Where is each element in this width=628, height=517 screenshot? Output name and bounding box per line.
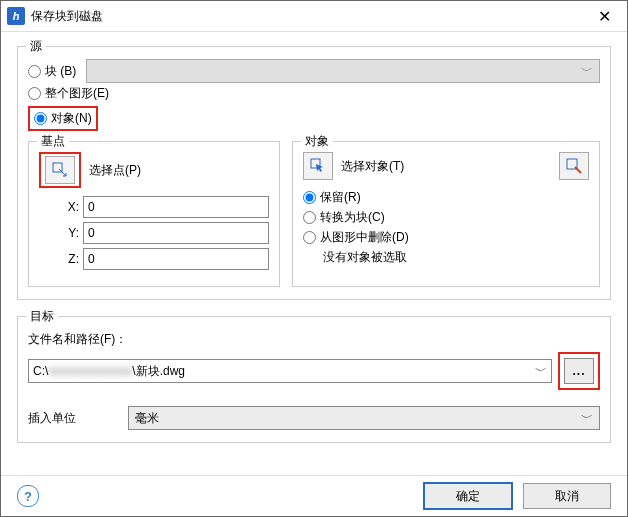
radio-convert-label: 转换为块(C) xyxy=(320,209,385,226)
base-and-objects-row: 基点 选择点(P) X: Y: xyxy=(28,141,600,287)
quick-select-button[interactable] xyxy=(559,152,589,180)
select-objects-icon xyxy=(310,158,326,174)
target-legend: 目标 xyxy=(26,308,58,325)
source-option-objects[interactable]: 对象(N) xyxy=(34,110,92,127)
path-combo[interactable]: C:\ xxxxxxxxxxxxxx \新块.dwg ﹀ xyxy=(28,359,552,383)
objects-group: 对象 选择对象(T) 保留(R) xyxy=(292,141,600,287)
x-label: X: xyxy=(39,200,83,214)
path-label: 文件名和路径(F)： xyxy=(28,331,600,348)
z-label: Z: xyxy=(39,252,83,266)
objects-legend: 对象 xyxy=(301,133,333,150)
radio-retain-label: 保留(R) xyxy=(320,189,361,206)
base-legend: 基点 xyxy=(37,133,69,150)
unit-row: 插入单位 毫米 ﹀ xyxy=(28,406,600,430)
coord-x-row: X: xyxy=(39,196,269,218)
select-objects-button[interactable] xyxy=(303,152,333,180)
radio-whole[interactable] xyxy=(28,87,41,100)
close-button[interactable]: ✕ xyxy=(581,1,627,31)
select-objects-label: 选择对象(T) xyxy=(341,158,404,175)
pick-point-icon xyxy=(52,162,68,178)
dialog-title: 保存块到磁盘 xyxy=(31,8,581,25)
radio-delete[interactable] xyxy=(303,231,316,244)
radio-convert[interactable] xyxy=(303,211,316,224)
pick-point-row: 选择点(P) xyxy=(39,152,269,188)
quick-select-icon xyxy=(566,158,582,174)
select-objects-row: 选择对象(T) xyxy=(303,152,589,180)
cancel-button[interactable]: 取消 xyxy=(523,483,611,509)
pick-point-label: 选择点(P) xyxy=(89,162,141,179)
coord-z-row: Z: xyxy=(39,248,269,270)
radio-delete-label: 从图形中删除(D) xyxy=(320,229,409,246)
highlight-browse: ... xyxy=(558,352,600,390)
source-legend: 源 xyxy=(26,38,46,55)
chevron-down-icon: ﹀ xyxy=(581,410,593,427)
highlight-pick-point xyxy=(39,152,81,188)
coord-y-row: Y: xyxy=(39,222,269,244)
target-group: 目标 文件名和路径(F)： C:\ xxxxxxxxxxxxxx \新块.dwg… xyxy=(17,316,611,443)
objects-option-convert[interactable]: 转换为块(C) xyxy=(303,209,589,226)
ok-button[interactable]: 确定 xyxy=(423,482,513,510)
no-objects-note: 没有对象被选取 xyxy=(323,249,589,266)
y-label: Y: xyxy=(39,226,83,240)
chevron-down-icon: ﹀ xyxy=(581,63,593,80)
path-hidden: xxxxxxxxxxxxxx xyxy=(48,364,132,378)
chevron-down-icon: ﹀ xyxy=(535,363,547,380)
base-point-group: 基点 选择点(P) X: Y: xyxy=(28,141,280,287)
footer: ? 确定 取消 xyxy=(1,475,627,516)
path-suffix: \新块.dwg xyxy=(132,363,185,380)
source-group: 源 块 (B) ﹀ 整个图形(E) 对象(N) xyxy=(17,46,611,300)
app-icon: h xyxy=(7,7,25,25)
highlight-objects-option: 对象(N) xyxy=(28,106,98,131)
block-name-combo[interactable]: ﹀ xyxy=(86,59,600,83)
radio-objects[interactable] xyxy=(34,112,47,125)
path-row: C:\ xxxxxxxxxxxxxx \新块.dwg ﹀ ... xyxy=(28,352,600,390)
path-prefix: C:\ xyxy=(33,364,48,378)
z-input[interactable] xyxy=(83,248,269,270)
source-option-block[interactable]: 块 (B) ﹀ xyxy=(28,59,600,83)
radio-whole-label: 整个图形(E) xyxy=(45,85,109,102)
help-button[interactable]: ? xyxy=(17,485,39,507)
browse-button[interactable]: ... xyxy=(564,358,594,384)
source-option-whole[interactable]: 整个图形(E) xyxy=(28,85,600,102)
dialog-body: 源 块 (B) ﹀ 整个图形(E) 对象(N) xyxy=(1,32,627,475)
objects-option-delete[interactable]: 从图形中删除(D) xyxy=(303,229,589,246)
titlebar: h 保存块到磁盘 ✕ xyxy=(1,1,627,32)
radio-objects-label: 对象(N) xyxy=(51,110,92,127)
radio-block-label: 块 (B) xyxy=(45,63,76,80)
x-input[interactable] xyxy=(83,196,269,218)
y-input[interactable] xyxy=(83,222,269,244)
pick-point-button[interactable] xyxy=(45,156,75,184)
unit-value: 毫米 xyxy=(135,410,159,427)
radio-block[interactable] xyxy=(28,65,41,78)
unit-label: 插入单位 xyxy=(28,410,128,427)
objects-option-retain[interactable]: 保留(R) xyxy=(303,189,589,206)
save-block-dialog: h 保存块到磁盘 ✕ 源 块 (B) ﹀ 整个图形(E) 对象(N) xyxy=(0,0,628,517)
radio-retain[interactable] xyxy=(303,191,316,204)
unit-combo[interactable]: 毫米 ﹀ xyxy=(128,406,600,430)
